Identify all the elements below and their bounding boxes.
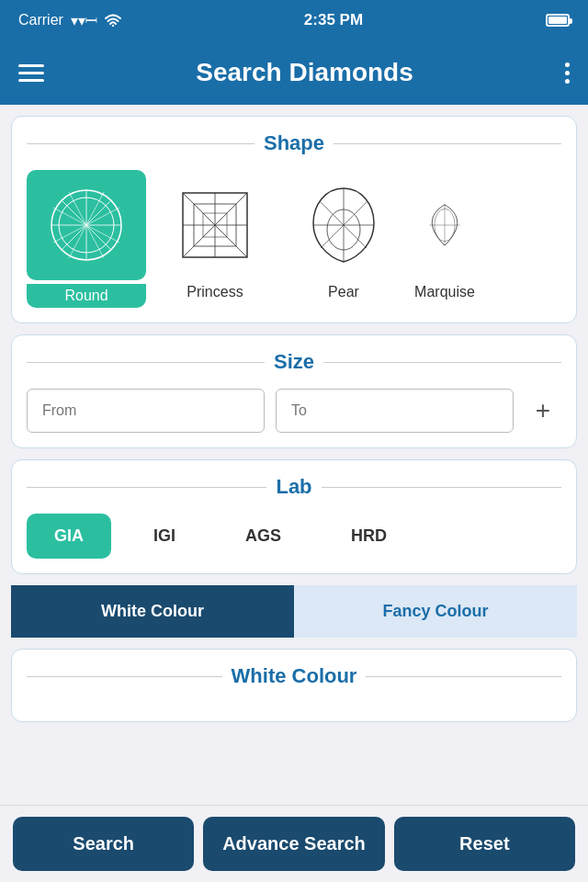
shape-princess-box — [155, 170, 275, 280]
lab-section: Lab GIA IGI AGS HRD — [11, 459, 577, 574]
lab-gia-button[interactable]: GIA — [27, 514, 111, 559]
size-to-input[interactable] — [276, 389, 514, 433]
reset-button[interactable]: Reset — [394, 817, 575, 871]
shape-pear-label: Pear — [328, 284, 359, 300]
size-add-button[interactable]: + — [525, 392, 561, 429]
size-section-title: Size — [27, 350, 561, 374]
wifi-signal-icon — [105, 14, 121, 27]
menu-button[interactable] — [18, 64, 44, 82]
shape-pear[interactable]: Pear — [284, 170, 403, 308]
size-from-input[interactable] — [27, 389, 265, 433]
lab-igi-button[interactable]: IGI — [126, 514, 203, 559]
shape-pear-box — [284, 170, 403, 280]
shape-marquise-label: Marquise — [414, 284, 475, 300]
lab-section-title: Lab — [27, 475, 561, 499]
lab-ags-button[interactable]: AGS — [218, 514, 309, 559]
battery-icon — [546, 14, 570, 27]
shape-round[interactable]: Round — [27, 170, 146, 308]
app-header: Search Diamonds — [0, 40, 588, 105]
status-left: Carrier ▾▾𝄩 — [18, 12, 121, 29]
advance-search-button[interactable]: Advance Search — [203, 817, 384, 871]
shape-section: Shape — [11, 116, 577, 323]
colour-toggle: White Colour Fancy Colour — [11, 585, 577, 638]
shape-marquise[interactable]: Marquise — [413, 170, 477, 308]
search-button[interactable]: Search — [13, 817, 194, 871]
status-right — [546, 14, 570, 27]
shape-section-title: Shape — [27, 131, 561, 155]
bottom-spacer — [11, 733, 577, 807]
white-colour-section: White Colour — [11, 649, 577, 722]
shape-marquise-box — [413, 170, 477, 280]
more-options-button[interactable] — [565, 62, 570, 84]
fancy-colour-tab[interactable]: Fancy Colour — [294, 585, 577, 638]
page-title: Search Diamonds — [196, 58, 413, 87]
shape-round-box — [27, 170, 146, 280]
size-section: Size + — [11, 334, 577, 448]
svg-point-0 — [112, 25, 114, 27]
shape-princess-label: Princess — [187, 284, 243, 300]
shape-princess[interactable]: Princess — [155, 170, 275, 308]
lab-buttons-row: GIA IGI AGS HRD — [27, 514, 561, 559]
white-colour-title: White Colour — [27, 664, 561, 688]
status-bar: Carrier ▾▾𝄩 2:35 PM — [0, 0, 588, 40]
size-inputs-row: + — [27, 389, 561, 433]
lab-hrd-button[interactable]: HRD — [323, 514, 414, 559]
white-colour-tab[interactable]: White Colour — [11, 585, 294, 638]
bottom-bar: Search Advance Search Reset — [0, 805, 588, 882]
main-content: Shape — [0, 105, 588, 818]
carrier-label: Carrier — [18, 12, 63, 28]
wifi-icon: ▾▾𝄩 — [71, 12, 97, 29]
shapes-row: Round Princess — [27, 170, 561, 308]
shape-round-label: Round — [27, 284, 146, 308]
status-time: 2:35 PM — [304, 11, 363, 29]
